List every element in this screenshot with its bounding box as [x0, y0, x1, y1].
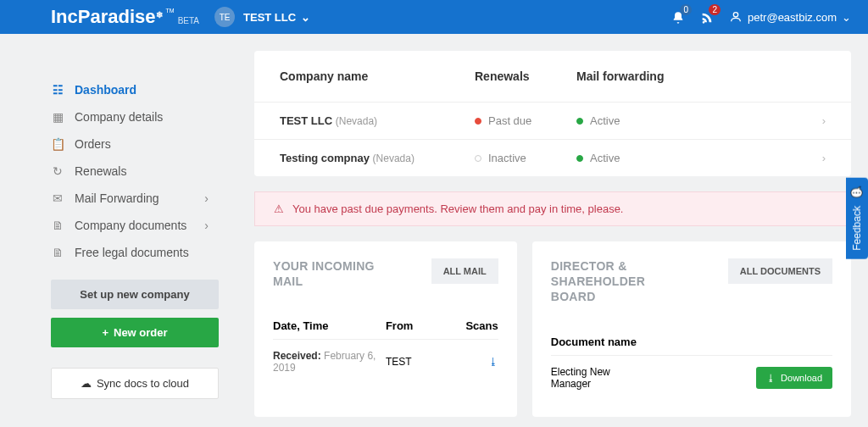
setup-company-button[interactable]: Set up new company [51, 280, 219, 309]
download-icon: ⭳ [766, 373, 776, 383]
envelope-icon: ✉ [51, 191, 64, 205]
col-mail: Mail forwarding [576, 69, 704, 83]
status-dot-green [576, 118, 583, 125]
panel-title: YOUR INCOMING MAIL [273, 258, 392, 289]
sidebar-item-mail-forwarding[interactable]: ✉Mail Forwarding› [51, 185, 237, 212]
sidebar-item-company-details[interactable]: ▦Company details [51, 103, 237, 130]
document-icon: 🗎 [51, 246, 64, 259]
sidebar-item-free-legal-documents[interactable]: 🗎Free legal documents [51, 239, 237, 266]
status-dot-green [576, 155, 583, 162]
all-documents-button[interactable]: ALL DOCUMENTS [728, 258, 832, 284]
sidebar-item-orders[interactable]: 📋Orders [51, 130, 237, 158]
new-order-button[interactable]: +New order [51, 318, 219, 347]
logo: IncParadise❄ [51, 6, 163, 28]
incoming-mail-panel: YOUR INCOMING MAIL ALL MAIL Date, Time F… [254, 241, 517, 417]
warning-icon: ⚠ [274, 202, 284, 215]
plus-icon: + [102, 326, 108, 339]
tm-label: TM [166, 8, 175, 14]
status-dot-gray [475, 155, 481, 162]
notif-badge: 0 [680, 4, 692, 15]
table-row[interactable]: TEST LLC (Nevada) Past due Active › [254, 102, 851, 139]
chevron-down-icon: ⌄ [301, 11, 310, 24]
mail-col-scans: Scans [453, 319, 498, 332]
status-dot-red [475, 118, 481, 125]
chevron-down-icon: ⌄ [842, 11, 851, 24]
refresh-icon: ↻ [51, 164, 64, 178]
user-icon [729, 10, 743, 24]
document-icon: 🗎 [51, 219, 64, 232]
doc-col-name: Document name [551, 329, 832, 355]
logo-flake-icon: ❄ [156, 10, 163, 19]
companies-table: Company name Renewals Mail forwarding TE… [254, 51, 851, 176]
feedback-tab[interactable]: Feedback 💬 [846, 178, 868, 259]
notifications-button[interactable]: 0 [671, 9, 685, 25]
user-menu[interactable]: petr@eastbiz.com ⌄ [729, 10, 851, 24]
chevron-right-icon: › [204, 219, 209, 232]
download-icon[interactable]: ⭳ [488, 356, 498, 368]
doc-row: Electing New Manager ⭳Download [551, 355, 832, 400]
sidebar-item-dashboard[interactable]: ☷Dashboard [51, 76, 237, 103]
building-icon: ▦ [51, 110, 64, 124]
chevron-right-icon: › [704, 114, 826, 127]
clipboard-icon: 📋 [51, 137, 64, 151]
top-header: IncParadise❄ TM BETA TE TEST LLC ⌄ 0 2 p… [0, 0, 868, 34]
cloud-icon: ☁ [81, 377, 92, 390]
chat-icon: 💬 [851, 186, 863, 199]
chevron-right-icon: › [204, 191, 209, 205]
col-renewals: Renewals [475, 69, 576, 83]
col-company-name: Company name [280, 69, 475, 83]
svg-point-0 [733, 13, 737, 17]
beta-label: BETA [178, 16, 199, 25]
company-avatar: TE [214, 7, 235, 27]
main-content: Company name Renewals Mail forwarding TE… [237, 34, 868, 417]
director-board-panel: DIRECTOR & SHAREHOLDER BOARD ALL DOCUMEN… [532, 241, 851, 417]
sidebar: ☷Dashboard ▦Company details 📋Orders ↻Ren… [0, 34, 237, 417]
table-row[interactable]: Testing compnay (Nevada) Inactive Active… [254, 139, 851, 176]
company-selector[interactable]: TEST LLC ⌄ [243, 11, 310, 24]
sidebar-item-company-documents[interactable]: 🗎Company documents› [51, 212, 237, 239]
sidebar-item-renewals[interactable]: ↻Renewals [51, 158, 237, 185]
download-button[interactable]: ⭳Download [756, 367, 832, 389]
sync-docs-button[interactable]: ☁Sync docs to cloud [51, 368, 219, 399]
all-mail-button[interactable]: ALL MAIL [431, 258, 498, 284]
past-due-alert: ⚠ You have past due payments. Review the… [254, 191, 851, 226]
mail-row: Received: February 6, 2019 TEST ⭳ [273, 339, 498, 384]
feed-badge: 2 [709, 4, 721, 15]
mail-col-from: From [386, 319, 453, 332]
feed-button[interactable]: 2 [700, 9, 714, 25]
mail-col-date: Date, Time [273, 319, 386, 332]
panel-title: DIRECTOR & SHAREHOLDER BOARD [551, 258, 670, 305]
chevron-right-icon: › [704, 152, 826, 164]
dashboard-icon: ☷ [51, 83, 64, 97]
